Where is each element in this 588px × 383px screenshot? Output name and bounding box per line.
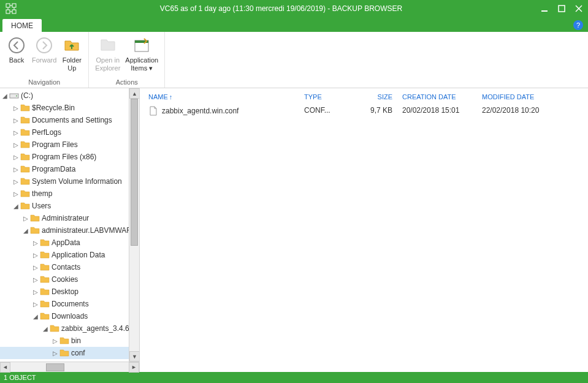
tree-item-root[interactable]: ◢(C:) bbox=[0, 89, 139, 102]
tree-item[interactable]: ▷themp bbox=[0, 188, 139, 200]
tree-item[interactable]: ◢Users bbox=[0, 200, 139, 212]
tree-item[interactable]: ▷System Volume Information bbox=[0, 175, 139, 188]
tree-item[interactable]: ▷bin bbox=[0, 335, 139, 347]
status-bar: 1 OBJECT bbox=[0, 372, 588, 383]
column-type[interactable]: TYPE bbox=[299, 93, 348, 100]
folder-icon bbox=[39, 300, 50, 308]
tree-item[interactable]: ◢Downloads bbox=[0, 310, 139, 322]
folder-up-button[interactable]: Folder Up bbox=[59, 34, 85, 74]
svg-rect-5 bbox=[559, 6, 565, 12]
minimize-button[interactable] bbox=[540, 4, 549, 13]
tree-item[interactable]: ▷ProgramData bbox=[0, 163, 139, 175]
tree-item[interactable]: ◢administrateur.LABVMWAR bbox=[0, 224, 139, 237]
folder-icon bbox=[49, 324, 60, 333]
svg-rect-2 bbox=[6, 10, 10, 13]
folder-icon bbox=[39, 312, 50, 320]
tree-item[interactable]: ▷Program Files (x86) bbox=[0, 151, 139, 163]
ribbon: Back Forward Folder Up Navigation Open i… bbox=[0, 32, 588, 88]
folder-icon bbox=[29, 214, 40, 222]
folder-icon bbox=[20, 177, 31, 186]
svg-point-9 bbox=[37, 38, 52, 53]
tree-vertical-scrollbar[interactable]: ▲ ▼ bbox=[129, 88, 139, 362]
folder-icon bbox=[39, 275, 50, 284]
application-items-button[interactable]: Application Items ▾ bbox=[123, 34, 161, 74]
folder-icon bbox=[20, 140, 31, 149]
tab-home[interactable]: HOME bbox=[2, 19, 42, 32]
tree-item[interactable]: ▷Program Files bbox=[0, 138, 139, 151]
folder-up-icon bbox=[62, 36, 82, 55]
maximize-button[interactable] bbox=[557, 4, 566, 13]
column-size[interactable]: SIZE bbox=[348, 93, 397, 100]
window-title: VC65 as of 1 day ago (11:30 mercredi 19/… bbox=[22, 4, 540, 13]
tree-item[interactable]: ▷Desktop bbox=[0, 286, 139, 298]
folder-icon bbox=[20, 189, 31, 198]
help-button[interactable]: ? bbox=[573, 20, 583, 30]
file-list-pane: NAME ↑ TYPE SIZE CREATION DATE MODIFIED … bbox=[140, 88, 588, 372]
folder-icon bbox=[39, 238, 50, 247]
file-row[interactable]: zabbix_agentd.win.confCONF...9,7 KB20/02… bbox=[140, 104, 588, 118]
svg-rect-3 bbox=[12, 10, 16, 13]
folder-icon bbox=[20, 165, 31, 173]
explorer-icon bbox=[98, 36, 118, 55]
tree-item[interactable]: ▷Application Data bbox=[0, 249, 139, 261]
column-name[interactable]: NAME ↑ bbox=[140, 93, 299, 100]
close-button[interactable] bbox=[575, 4, 583, 13]
sort-ascending-icon: ↑ bbox=[169, 93, 173, 100]
svg-rect-0 bbox=[6, 4, 10, 7]
tree-item[interactable]: ▷Administrateur bbox=[0, 212, 139, 224]
tree-item[interactable]: ▷Documents and Settings bbox=[0, 114, 139, 126]
folder-icon bbox=[39, 263, 50, 271]
app-logo-icon bbox=[5, 2, 17, 15]
status-text: 1 OBJECT bbox=[4, 374, 36, 381]
list-header: NAME ↑ TYPE SIZE CREATION DATE MODIFIED … bbox=[140, 88, 588, 104]
tree-item[interactable]: ▷$Recycle.Bin bbox=[0, 102, 139, 114]
folder-icon bbox=[20, 128, 31, 137]
folder-icon bbox=[39, 287, 50, 296]
back-button[interactable]: Back bbox=[4, 34, 29, 66]
tree-item[interactable]: ◢zabbix_agents_3.4.6. bbox=[0, 322, 139, 335]
tree-item[interactable]: ▷Documents bbox=[0, 298, 139, 310]
tree-item[interactable]: ▷Contacts bbox=[0, 261, 139, 273]
scroll-up-arrow-icon[interactable]: ▲ bbox=[129, 88, 139, 99]
folder-icon bbox=[39, 251, 50, 259]
scroll-right-arrow-icon[interactable]: ► bbox=[129, 362, 139, 373]
file-icon bbox=[148, 106, 158, 116]
svg-rect-1 bbox=[12, 4, 16, 7]
folder-icon bbox=[20, 104, 31, 112]
drive-icon bbox=[9, 91, 20, 100]
svg-point-13 bbox=[16, 96, 17, 97]
ribbon-tab-bar: HOME ? bbox=[0, 17, 588, 32]
tree-item[interactable]: ▷PerfLogs bbox=[0, 126, 139, 138]
forward-arrow-icon bbox=[34, 36, 54, 55]
scroll-thumb[interactable] bbox=[131, 99, 138, 246]
folder-icon bbox=[59, 349, 70, 357]
scroll-left-arrow-icon[interactable]: ◄ bbox=[0, 362, 10, 373]
ribbon-group-actions: Open in Explorer Application Items ▾ Act… bbox=[89, 32, 165, 88]
ribbon-group-navigation: Back Forward Folder Up Navigation bbox=[0, 32, 89, 88]
scroll-down-arrow-icon[interactable]: ▼ bbox=[129, 351, 139, 362]
column-creation-date[interactable]: CREATION DATE bbox=[397, 93, 477, 100]
open-in-explorer-button: Open in Explorer bbox=[93, 34, 123, 74]
tree-item[interactable]: ▷conf bbox=[0, 347, 139, 359]
title-bar: VC65 as of 1 day ago (11:30 mercredi 19/… bbox=[0, 0, 588, 17]
tree-pane: ◢(C:)▷$Recycle.Bin▷Documents and Setting… bbox=[0, 88, 140, 372]
back-arrow-icon bbox=[7, 36, 26, 55]
tree-horizontal-scrollbar[interactable]: ◄ ► bbox=[0, 362, 139, 372]
folder-icon bbox=[20, 153, 31, 161]
forward-button: Forward bbox=[29, 34, 59, 66]
folder-icon bbox=[59, 336, 70, 345]
folder-icon bbox=[20, 202, 31, 210]
application-items-icon bbox=[132, 36, 151, 55]
scroll-thumb[interactable] bbox=[46, 363, 64, 371]
tree-item[interactable]: ▷Cookies bbox=[0, 273, 139, 286]
folder-icon bbox=[20, 116, 31, 124]
tree-item[interactable]: ▷AppData bbox=[0, 237, 139, 249]
column-modified-date[interactable]: MODIFIED DATE bbox=[477, 93, 557, 100]
svg-point-8 bbox=[9, 38, 24, 53]
folder-icon bbox=[29, 226, 40, 235]
